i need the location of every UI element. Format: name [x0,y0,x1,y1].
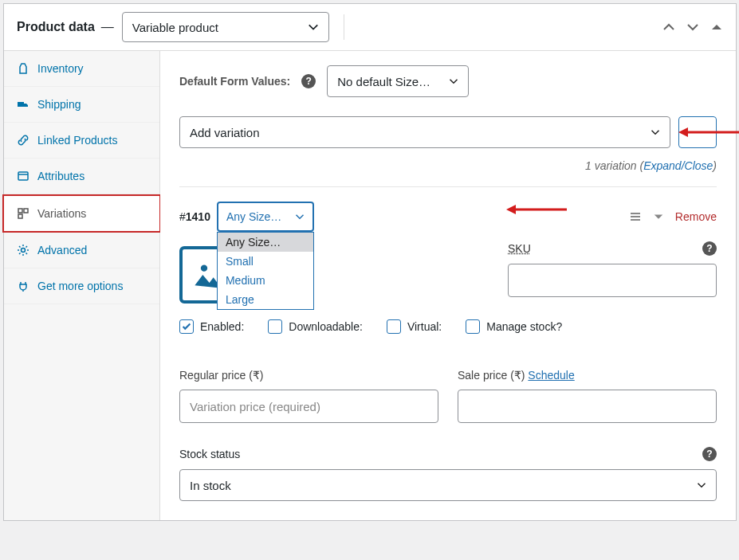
schedule-link[interactable]: Schedule [528,369,574,382]
variation-count-text: 1 variation ( [585,159,643,172]
size-option[interactable]: Large [218,290,313,309]
collapse-icon[interactable] [710,21,723,33]
svg-rect-0 [18,102,24,107]
variation-hash: # [179,210,186,223]
gear-icon [17,244,29,257]
product-type-select[interactable]: Variable product [122,12,329,42]
help-icon[interactable]: ? [702,447,717,461]
virtual-checkbox[interactable] [387,319,401,334]
manage-stock-label: Manage stock? [486,320,562,333]
variation-id: 1410 [186,210,210,223]
sidebar-item-inventory[interactable]: Inventory [4,51,159,87]
annotation-arrow-icon [677,123,739,142]
svg-rect-1 [18,172,28,180]
sidebar-item-linked-products[interactable]: Linked Products [4,123,159,159]
default-form-select[interactable]: No default Size… [327,65,469,97]
sale-price-input[interactable] [458,390,717,423]
collapse-icon[interactable] [653,211,664,222]
sidebar-item-attributes[interactable]: Attributes [4,159,159,194]
manage-stock-checkbox[interactable] [466,319,480,334]
size-dropdown: Any Size… Small Medium Large [217,232,314,310]
title-dash: — [101,20,114,34]
stock-status-value: In stock [190,479,231,492]
downloadable-checkbox[interactable] [268,319,282,334]
regular-price-label: Regular price (₹) [179,369,438,382]
shipping-icon [17,98,29,111]
chevron-down-icon [449,76,458,86]
expand-link[interactable]: Expand [643,159,681,172]
enabled-checkbox[interactable] [179,319,194,334]
svg-rect-3 [18,209,22,213]
size-selected: Any Size… [226,210,281,223]
svg-rect-4 [24,209,28,213]
inventory-icon [17,62,29,75]
sidebar-item-label: Variations [37,207,86,220]
chevron-up-icon[interactable] [662,21,675,33]
variation-action-value: Add variation [190,126,260,139]
annotation-arrow-icon [505,200,568,219]
remove-link[interactable]: Remove [675,210,717,223]
chevron-down-icon [308,22,319,33]
stock-status-select[interactable]: In stock [179,469,717,501]
svg-point-6 [22,249,26,253]
svg-point-12 [201,265,207,272]
sku-input[interactable] [508,264,717,297]
chevron-down-icon[interactable] [686,21,699,33]
panel-title: Product data [17,20,95,34]
sidebar-item-label: Linked Products [37,134,117,147]
sidebar-item-advanced[interactable]: Advanced [4,233,159,268]
variation-size-select[interactable]: Any Size… Any Size… Small Medium Large [217,202,314,232]
default-form-label: Default Form Values: [179,75,290,88]
paren-close: ) [713,159,717,172]
sidebar-item-label: Attributes [37,170,85,182]
attributes-icon [17,170,29,182]
variations-icon [17,207,29,220]
variation-action-select[interactable]: Add variation [179,116,670,148]
link-icon [17,134,29,147]
close-link[interactable]: Close [685,159,713,172]
sidebar-item-label: Get more options [37,280,123,292]
chevron-down-icon [295,212,305,221]
virtual-label: Virtual: [407,320,442,333]
chevron-down-icon [697,480,706,490]
regular-price-input[interactable] [179,390,438,423]
size-option[interactable]: Any Size… [218,233,313,252]
chevron-down-icon [651,127,660,137]
menu-icon[interactable] [629,210,642,223]
default-form-value: No default Size… [337,75,430,88]
sidebar-item-label: Advanced [37,244,87,257]
sidebar-item-variations[interactable]: Variations [2,194,161,233]
help-icon[interactable]: ? [702,241,717,256]
size-option[interactable]: Small [218,252,313,271]
help-icon[interactable]: ? [301,74,316,88]
sidebar-item-label: Shipping [37,98,81,111]
product-type-value: Variable product [132,21,218,34]
sidebar-item-get-more[interactable]: Get more options [4,268,159,304]
enabled-label: Enabled: [200,320,244,333]
sale-price-label: Sale price (₹) Schedule [458,369,717,382]
stock-status-label: Stock status [179,448,240,460]
sku-label: SKU [508,242,531,255]
header-divider [344,14,344,40]
size-option[interactable]: Medium [218,271,313,290]
sidebar-item-shipping[interactable]: Shipping [4,87,159,123]
svg-rect-5 [18,214,22,218]
downloadable-label: Downloadable: [289,320,363,333]
sidebar-item-label: Inventory [37,62,84,75]
plug-icon [17,280,29,292]
